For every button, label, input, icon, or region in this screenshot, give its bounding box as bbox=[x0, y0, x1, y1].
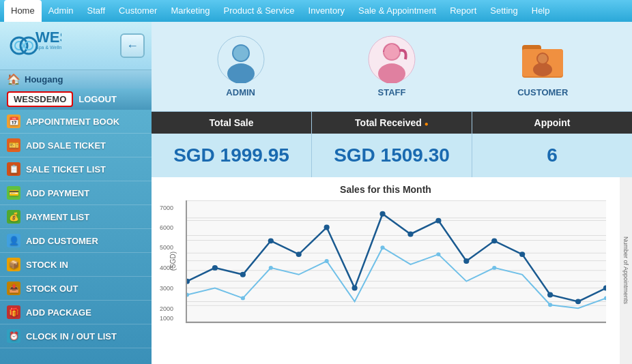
svg-point-9 bbox=[233, 46, 248, 61]
svg-point-33 bbox=[352, 286, 358, 291]
total-sale-value: SGD 1999.95 bbox=[152, 134, 311, 177]
svg-point-29 bbox=[240, 272, 246, 277]
chart-side-label: Number of Appointments bbox=[620, 177, 632, 364]
sidebar-item-label: PAYMENT LIST bbox=[26, 212, 89, 222]
customer-card[interactable]: CUSTOMER bbox=[468, 29, 618, 104]
house-icon: 🏠 bbox=[7, 73, 20, 86]
sidebar-item-appointment-book[interactable]: 📅 APPOINTMENT BOOK bbox=[0, 110, 152, 134]
nav-admin[interactable]: Admin bbox=[42, 0, 81, 22]
staff-avatar bbox=[368, 35, 416, 83]
username-button[interactable]: WESSDEMO bbox=[7, 91, 73, 107]
svg-point-34 bbox=[379, 211, 385, 217]
sidebar-item-label: ADD SALE TICKET bbox=[26, 140, 106, 151]
nav-staff[interactable]: Staff bbox=[81, 0, 113, 22]
appointments-value: 6 bbox=[472, 134, 632, 177]
sidebar-item-add-customer[interactable]: 👤 ADD CUSTOMER bbox=[0, 229, 152, 253]
sidebar-item-add-sale-ticket[interactable]: 🎫 ADD SALE TICKET bbox=[0, 134, 152, 157]
sidebar-item-label: SALE TICKET LIST bbox=[26, 164, 106, 175]
nav-product-service[interactable]: Product & Service bbox=[217, 0, 302, 22]
logout-button[interactable]: LOGOUT bbox=[78, 94, 117, 104]
svg-point-28 bbox=[212, 265, 218, 271]
stock-out-icon: 📤 bbox=[7, 282, 20, 295]
nav-report[interactable]: Report bbox=[443, 0, 483, 22]
y-tick-7000: 7000 bbox=[160, 204, 173, 211]
sidebar-item-add-payment[interactable]: 💳 ADD PAYMENT bbox=[0, 181, 152, 205]
add-payment-icon: 💳 bbox=[7, 186, 20, 200]
svg-point-47 bbox=[380, 245, 384, 249]
svg-point-35 bbox=[407, 231, 413, 237]
nav-help[interactable]: Help bbox=[525, 0, 557, 22]
brand-logo: WESS Spa & Wellness Software bbox=[7, 29, 61, 63]
chart-main: Sales for this Month (SGD) 7000 6000 500… bbox=[152, 177, 620, 364]
nav-setting[interactable]: Setting bbox=[483, 0, 524, 22]
appointments-header: Appoint bbox=[472, 112, 632, 134]
nav-inventory[interactable]: Inventory bbox=[302, 0, 351, 22]
stats-row: Total Sale SGD 1999.95 Total Received SG… bbox=[152, 111, 632, 177]
y-tick-3000: 3000 bbox=[160, 285, 173, 292]
svg-point-3 bbox=[25, 42, 33, 50]
svg-point-46 bbox=[325, 259, 329, 263]
sidebar: WESS Spa & Wellness Software ← 🏠 Hougang… bbox=[0, 22, 152, 364]
svg-point-50 bbox=[548, 303, 552, 307]
sale-ticket-list-icon: 📋 bbox=[7, 162, 20, 176]
sidebar-item-sale-ticket-list[interactable]: 📋 SALE TICKET LIST bbox=[0, 157, 152, 181]
sidebar-item-label: ADD CUSTOMER bbox=[26, 236, 98, 246]
svg-point-43 bbox=[187, 292, 189, 297]
nav-home[interactable]: Home bbox=[4, 0, 42, 22]
svg-point-48 bbox=[436, 252, 440, 256]
main-content: ADMIN STAFF bbox=[152, 22, 632, 364]
customer-label: CUSTOMER bbox=[517, 87, 568, 97]
svg-point-40 bbox=[547, 292, 553, 297]
add-package-icon: 🎁 bbox=[7, 305, 20, 319]
clock-in-out-icon: ⏰ bbox=[7, 329, 20, 343]
brand-area: WESS Spa & Wellness Software ← bbox=[0, 22, 152, 70]
nav-marketing[interactable]: Marketing bbox=[164, 0, 216, 22]
svg-point-12 bbox=[378, 63, 405, 83]
top-navigation: Home Admin Staff Customer Marketing Prod… bbox=[0, 0, 632, 22]
staff-card[interactable]: STAFF bbox=[316, 29, 467, 104]
staff-label: STAFF bbox=[378, 87, 406, 97]
total-received-value: SGD 1509.30 bbox=[312, 134, 472, 177]
svg-text:Spa & Wellness Software: Spa & Wellness Software bbox=[35, 45, 61, 50]
admin-card[interactable]: ADMIN bbox=[165, 29, 316, 104]
svg-point-8 bbox=[227, 63, 255, 83]
sidebar-item-label: CLOCK IN / OUT LIST bbox=[26, 331, 117, 342]
chart-area: (SGD) 7000 6000 5000 4000 3000 2000 1000 bbox=[186, 200, 606, 323]
nav-customer[interactable]: Customer bbox=[112, 0, 164, 22]
svg-point-31 bbox=[296, 252, 302, 257]
location-bar: 🏠 Hougang bbox=[0, 70, 152, 89]
appointment-book-icon: 📅 bbox=[7, 115, 20, 128]
svg-point-45 bbox=[269, 266, 273, 270]
sidebar-item-label: STOCK OUT bbox=[26, 284, 78, 294]
admin-label: ADMIN bbox=[226, 87, 255, 97]
total-received-header: Total Received bbox=[312, 112, 472, 134]
y-tick-1000: 1000 bbox=[160, 315, 173, 322]
customer-avatar bbox=[519, 35, 566, 83]
sidebar-item-label: STOCK IN bbox=[26, 260, 68, 270]
location-text: Hougang bbox=[25, 74, 63, 85]
y-tick-2000: 2000 bbox=[160, 305, 173, 312]
svg-point-32 bbox=[324, 225, 330, 230]
sidebar-item-clock-in-out[interactable]: ⏰ CLOCK IN / OUT LIST bbox=[0, 324, 152, 348]
back-button[interactable]: ← bbox=[120, 33, 145, 58]
y-tick-5000: 5000 bbox=[160, 244, 173, 251]
svg-point-38 bbox=[491, 238, 497, 243]
y-tick-4000: 4000 bbox=[160, 264, 173, 271]
y-tick-6000: 6000 bbox=[160, 224, 173, 231]
user-bar: WESSDEMO LOGOUT bbox=[0, 89, 152, 110]
svg-point-41 bbox=[575, 299, 581, 304]
svg-point-18 bbox=[533, 63, 552, 76]
svg-point-39 bbox=[519, 252, 525, 257]
sidebar-item-payment-list[interactable]: 💰 PAYMENT LIST bbox=[0, 205, 152, 229]
total-sale-box: Total Sale SGD 1999.95 bbox=[152, 112, 312, 177]
sidebar-item-add-package[interactable]: 🎁 ADD PACKAGE bbox=[0, 301, 152, 324]
sidebar-menu: 📅 APPOINTMENT BOOK 🎫 ADD SALE TICKET 📋 S… bbox=[0, 110, 152, 364]
stock-in-icon: 📦 bbox=[7, 258, 20, 271]
sidebar-item-stock-in[interactable]: 📦 STOCK IN bbox=[0, 253, 152, 277]
add-customer-icon: 👤 bbox=[7, 234, 20, 247]
sidebar-item-stock-out[interactable]: 📤 STOCK OUT bbox=[0, 277, 152, 301]
chart-title: Sales for this Month bbox=[158, 184, 613, 195]
nav-sale-appointment[interactable]: Sale & Appointment bbox=[351, 0, 443, 22]
svg-point-49 bbox=[492, 266, 496, 270]
chart-svg bbox=[187, 200, 606, 322]
